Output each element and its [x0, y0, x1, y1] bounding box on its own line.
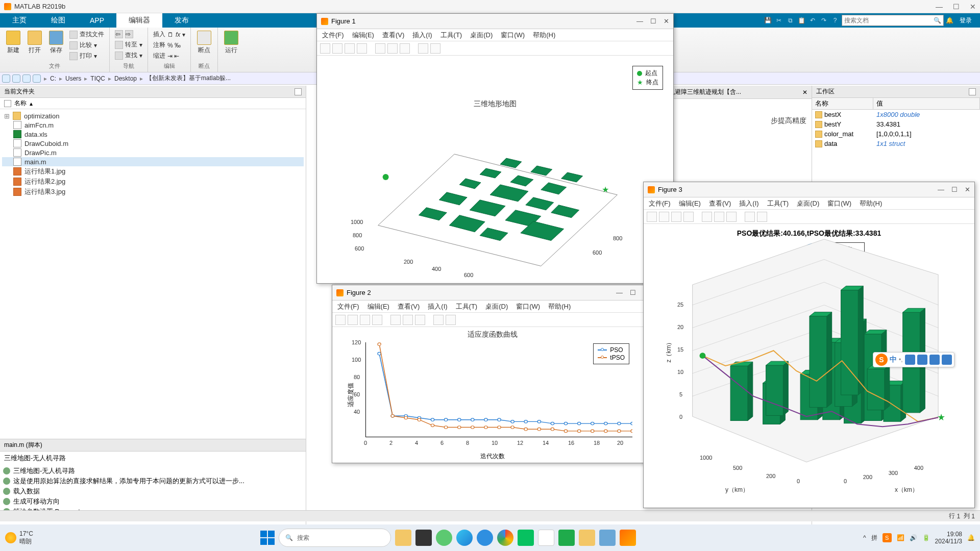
menu-item[interactable]: 编辑(E) [352, 31, 374, 40]
menu-item[interactable]: 窗口(W) [516, 302, 540, 311]
figure2-toolbar[interactable] [332, 313, 653, 327]
file-list[interactable]: ⊞optimizationaimFcn.mdata.xlsDrawCuboid.… [0, 109, 306, 439]
figure2-plot-area[interactable]: 120 100 80 60 40 0 2 4 6 8 10 12 14 16 1… [365, 342, 632, 437]
notification-bell-icon[interactable]: 🔔 [946, 17, 953, 24]
insert-legend-icon[interactable] [415, 315, 425, 325]
menu-item[interactable]: 插入(I) [428, 302, 447, 311]
link-icon[interactable] [390, 315, 401, 325]
addr-up-icon[interactable] [22, 74, 31, 83]
menu-item[interactable]: 工具(T) [767, 199, 789, 208]
link-icon[interactable] [702, 212, 712, 222]
login-link[interactable]: 登录 [955, 16, 976, 25]
taskbar-app-wechat[interactable] [518, 530, 534, 546]
copy-icon[interactable]: ⧉ [786, 16, 795, 25]
breadcrumb[interactable]: Users [65, 75, 81, 82]
figure-3-window[interactable]: Figure 3 —☐✕ 文件(F)编辑(E)查看(V)插入(I)工具(T)桌面… [643, 182, 975, 508]
insert-legend-icon[interactable] [726, 212, 737, 222]
ime-tool-icon[interactable] [942, 355, 952, 365]
start-button[interactable] [260, 531, 275, 545]
data-cursor-icon[interactable] [446, 315, 456, 325]
tab-apps[interactable]: APP [78, 13, 116, 28]
taskbar-app-matlab[interactable] [620, 530, 636, 546]
figure2-legend[interactable]: PSO tPSO [593, 343, 629, 364]
search-icon[interactable]: 🔍 [934, 17, 941, 24]
system-tray[interactable]: ^ 拼 S 📶 🔊 🔋 19:08 2024/11/3 🔔 [863, 531, 975, 545]
ime-floating-bar[interactable]: S 中 •, [873, 352, 954, 367]
ws-name-header[interactable]: 名称 [812, 98, 873, 109]
insert-colorbar-icon[interactable] [387, 43, 398, 54]
name-column-header[interactable]: 名称 [14, 99, 27, 108]
tab-plots[interactable]: 绘图 [39, 13, 78, 28]
taskbar-app-excel[interactable] [558, 530, 575, 546]
panel-menu-icon[interactable] [969, 88, 976, 95]
file-row[interactable]: DrawPic.m [2, 148, 304, 157]
breadcrumb[interactable]: C: [50, 75, 56, 82]
insert-colorbar-icon[interactable] [403, 315, 413, 325]
section-item[interactable]: 生成可移动方向 [1, 496, 305, 507]
tray-chevron-icon[interactable]: ^ [863, 534, 866, 541]
maximize-button[interactable]: ☐ [953, 3, 960, 11]
menu-item[interactable]: 桌面(D) [485, 302, 508, 311]
taskbar-app-notepad[interactable] [599, 530, 616, 546]
taskbar-app-chrome[interactable] [497, 530, 513, 546]
paste-icon[interactable]: 📋 [797, 16, 806, 25]
insert-button[interactable]: 插入 🗒 fx ▾ [152, 30, 186, 39]
tray-battery-icon[interactable]: 🔋 [922, 534, 930, 541]
sogou-ime-icon[interactable]: S [875, 354, 888, 366]
undo-icon[interactable]: ↶ [808, 16, 817, 25]
help-icon[interactable]: ? [830, 16, 840, 25]
figure1-titlebar[interactable]: Figure 1 —☐✕ [317, 14, 673, 29]
open-button[interactable]: 打开 [26, 30, 44, 56]
menu-item[interactable]: 桌面(D) [797, 199, 819, 208]
ws-value-header[interactable]: 值 [873, 98, 980, 109]
figure1-menubar[interactable]: 文件(F)编辑(E)查看(V)插入(I)工具(T)桌面(D)窗口(W)帮助(H) [317, 29, 673, 41]
pointer-icon[interactable] [418, 43, 428, 54]
maximize-button[interactable]: ☐ [951, 186, 958, 193]
figure3-titlebar[interactable]: Figure 3 —☐✕ [644, 182, 974, 197]
file-row[interactable]: 运行结果1.jpg [2, 166, 304, 177]
close-button[interactable]: ✕ [965, 186, 970, 193]
figure2-axes[interactable]: 适应度函数曲线 适应度值 迭代次数 120 100 80 60 40 0 2 4… [332, 327, 653, 463]
print-icon[interactable] [372, 315, 382, 325]
menu-item[interactable]: 文件(F) [322, 31, 344, 40]
section-item[interactable]: 载入数据 [1, 486, 305, 496]
tray-ime-icon[interactable]: 拼 [871, 534, 877, 542]
menu-item[interactable]: 插入(I) [412, 31, 432, 40]
comment-button[interactable]: 注释 % ‰ [152, 40, 186, 50]
section-item[interactable]: 这是使用原始算法的直接求解结果，添加专用于本问题的更新方式可以进一步... [1, 476, 305, 486]
taskbar-app-snip[interactable] [538, 530, 554, 546]
taskbar-app-explorer[interactable] [395, 530, 411, 546]
breadcrumb[interactable]: TIQC [90, 75, 105, 82]
new-button[interactable]: 新建 [4, 30, 22, 56]
workspace-row[interactable]: data1x1 struct [812, 139, 980, 148]
data-cursor-icon[interactable] [757, 212, 767, 222]
redo-icon[interactable]: ↷ [819, 16, 828, 25]
find-files-button[interactable]: 查找文件 [68, 30, 105, 39]
menu-item[interactable]: 窗口(W) [501, 31, 525, 40]
menu-item[interactable]: 编辑(E) [679, 199, 701, 208]
figure-2-window[interactable]: Figure 2 —☐✕ 文件(F)编辑(E)查看(V)插入(I)工具(T)桌面… [332, 285, 653, 463]
tab-publish[interactable]: 发布 [162, 13, 201, 28]
taskbar-weather[interactable]: 17°C 晴朗 [5, 530, 33, 546]
editor-tab[interactable]: 人机避障三维航迹规划【含... ✕ [658, 86, 812, 99]
file-row[interactable]: 运行结果3.jpg [2, 187, 304, 197]
menu-item[interactable]: 查看(V) [382, 31, 404, 40]
panel-menu-icon[interactable] [295, 88, 302, 95]
minimize-button[interactable]: — [938, 186, 944, 193]
menu-item[interactable]: 文件(F) [649, 199, 671, 208]
figure1-toolbar[interactable] [317, 41, 673, 56]
print-button[interactable]: 打印 ▾ [68, 51, 105, 61]
open-icon[interactable] [332, 43, 342, 54]
cut-icon[interactable]: ✂ [774, 16, 783, 25]
menu-item[interactable]: 文件(F) [337, 302, 359, 311]
menu-item[interactable]: 编辑(E) [368, 302, 389, 311]
menu-item[interactable]: 窗口(W) [827, 199, 851, 208]
workspace-row[interactable]: bestY33.4381 [812, 119, 980, 129]
tray-clock[interactable]: 19:08 2024/11/3 [935, 531, 962, 545]
menu-item[interactable]: 插入(I) [739, 199, 758, 208]
pointer-icon[interactable] [433, 315, 444, 325]
taskbar-search[interactable]: 🔍 搜索 [279, 529, 391, 547]
maximize-button[interactable]: ☐ [630, 289, 636, 296]
doc-search[interactable]: 🔍 [842, 15, 944, 26]
tab-editor[interactable]: 编辑器 [116, 13, 162, 28]
